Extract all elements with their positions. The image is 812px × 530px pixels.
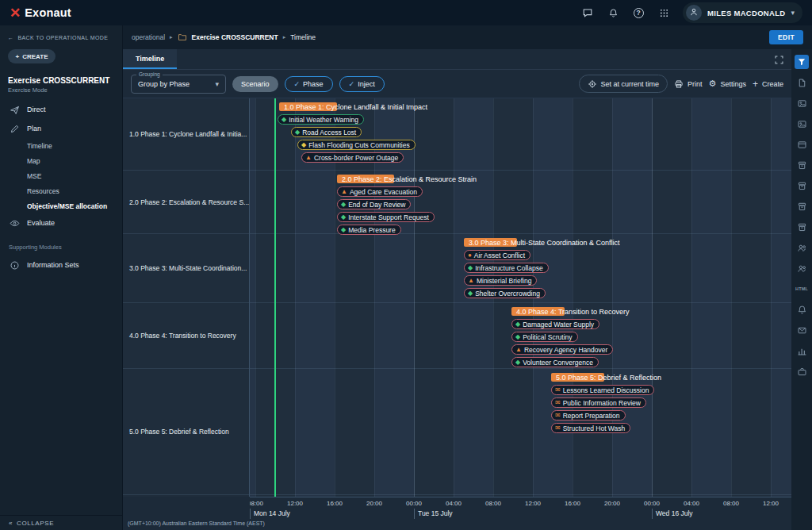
- inject-chip[interactable]: ✉Lessons Learned Discussion: [551, 385, 654, 395]
- rail-archive-icon[interactable]: [795, 220, 809, 234]
- inject-chip[interactable]: ◆Interstate Support Request: [337, 212, 435, 222]
- collapse-sidebar-button[interactable]: « COLLAPSE: [0, 515, 122, 530]
- app-logo[interactable]: ✕ Exonaut: [10, 6, 71, 20]
- sidebar-create-button[interactable]: + CREATE: [8, 49, 56, 63]
- inject-chip[interactable]: ●Air Asset Conflict: [464, 250, 530, 260]
- breadcrumb-exercise[interactable]: Exercise CROSSCURRENT: [192, 33, 278, 41]
- tab-timeline[interactable]: Timeline: [123, 49, 177, 69]
- inject-chip[interactable]: ◆Road Access Lost: [291, 127, 362, 137]
- help-icon[interactable]: ?: [632, 6, 645, 19]
- inject-chip[interactable]: ◆Volunteer Convergence: [511, 357, 599, 367]
- rail-bell-icon[interactable]: [795, 302, 809, 317]
- back-to-operational-mode-link[interactable]: ← BACK TO OPERATIONAL MODE: [0, 25, 122, 45]
- diamond-icon: ◆: [282, 117, 286, 123]
- axis-tick-label: 12:00: [525, 500, 541, 507]
- grouping-select[interactable]: Grouping Group by Phase ▾: [131, 75, 226, 94]
- filter-chip-phase[interactable]: ✓ Phase: [285, 76, 333, 92]
- rail-users-icon[interactable]: [795, 261, 809, 275]
- user-menu[interactable]: MILES MACDONALD ▾: [683, 2, 802, 23]
- inject-label: Aged Care Evacuation: [350, 188, 417, 196]
- inject-label: Flash Flooding Cuts Communities: [308, 141, 410, 149]
- inject-chip[interactable]: ▲Recovery Agency Handover: [511, 344, 613, 355]
- triangle-icon: ▲: [341, 189, 347, 195]
- timeline-grid[interactable]: 1.0 Phase 1: Cyclone Landfall & Initial …: [250, 98, 791, 497]
- rail-card-icon[interactable]: [795, 137, 809, 152]
- edit-button[interactable]: EDIT: [769, 30, 803, 44]
- phase-group-label-text: 3.0 Phase 3: Multi-State Coordination...: [129, 264, 247, 272]
- person-icon: [689, 6, 699, 20]
- set-at-current-time-button[interactable]: Set at current time: [579, 75, 668, 93]
- sidebar-item-mse[interactable]: MSE: [0, 168, 122, 183]
- inject-chip[interactable]: ✉Report Preparation: [551, 410, 626, 421]
- day-axis: Mon 14 JulyTue 15 JulyWed 16 July: [250, 509, 791, 519]
- notifications-bell-icon[interactable]: [607, 6, 619, 19]
- sidebar-item-evaluate[interactable]: Evaluate: [0, 213, 122, 232]
- sidebar-item-direct[interactable]: Direct: [0, 100, 122, 119]
- rail-briefcase-icon[interactable]: [795, 364, 809, 378]
- rail-filter-icon[interactable]: [795, 55, 809, 69]
- diamond-icon: ◆: [515, 359, 520, 366]
- create-label: Create: [762, 80, 783, 88]
- settings-button[interactable]: ⚙ Settings: [709, 79, 746, 88]
- rail-users-icon[interactable]: [795, 240, 809, 255]
- inject-chip[interactable]: ◆Damaged Water Supply: [511, 319, 599, 329]
- rail-image-icon[interactable]: [795, 96, 809, 110]
- rail-archive-icon[interactable]: [795, 199, 809, 213]
- fullscreen-icon[interactable]: [774, 54, 784, 68]
- collapse-chevrons-icon: «: [9, 520, 13, 527]
- gridline: [255, 98, 256, 497]
- rail-mail-icon[interactable]: [795, 323, 809, 337]
- axis-day-label: Mon 14 July: [254, 509, 290, 517]
- phase-group-label-text: 5.0 Phase 5: Debrief & Reflection: [129, 428, 229, 436]
- direct-icon: [9, 105, 20, 115]
- rail-chart-icon[interactable]: [795, 344, 809, 358]
- phase-group-label: 1.0 Phase 1: Cyclone Landfall & Initia..…: [123, 98, 249, 171]
- sidebar-item-plan[interactable]: Plan: [0, 119, 122, 138]
- right-icon-rail: HTML: [791, 49, 812, 530]
- gridline: [652, 98, 653, 497]
- apps-grid-icon[interactable]: [657, 6, 670, 19]
- breadcrumb-operational[interactable]: operational: [132, 33, 165, 41]
- axis-day-label: Tue 15 July: [418, 509, 453, 517]
- filter-chip-inject[interactable]: ✓ Inject: [339, 76, 385, 92]
- inject-chip[interactable]: ◆Media Pressure: [337, 225, 401, 235]
- filter-chip-scenario[interactable]: Scenario: [232, 76, 278, 92]
- rail-archive-icon[interactable]: [795, 158, 809, 172]
- axis-tick-label: 08:00: [723, 500, 739, 507]
- toolbar-create-button[interactable]: + Create: [753, 79, 783, 89]
- axis-tick-label: 20:00: [604, 500, 620, 507]
- phase-group-label: 5.0 Phase 5: Debrief & Reflection: [123, 369, 249, 495]
- axis-tick-label: 08:00: [250, 500, 263, 507]
- app-root: ✕ Exonaut ? MILES MACDONALD ▾ ← BACK TO …: [0, 0, 812, 530]
- inject-chip[interactable]: ◆Flash Flooding Cuts Communities: [297, 140, 416, 150]
- sidebar-item-label: Evaluate: [27, 219, 55, 227]
- inject-chip[interactable]: ◆Initial Weather Warning: [278, 114, 364, 125]
- sidebar-item-information-sets[interactable]: Information Sets: [0, 255, 122, 275]
- rail-image-icon[interactable]: [795, 117, 809, 131]
- inject-chip[interactable]: ▲Cross-border Power Outage: [301, 152, 404, 163]
- sidebar-item-objective-mse-allocation[interactable]: Objective/MSE allocation: [0, 198, 122, 213]
- print-button[interactable]: Print: [674, 79, 703, 89]
- inject-chip[interactable]: ◆Shelter Overcrowding: [464, 288, 546, 298]
- breadcrumb-timeline[interactable]: Timeline: [290, 33, 316, 41]
- inject-chip[interactable]: ▲Aged Care Evacuation: [337, 186, 423, 197]
- timeline-body: 1.0 Phase 1: Cyclone Landfall & Initia..…: [123, 98, 791, 497]
- inject-chip[interactable]: ◆Political Scrutiny: [511, 332, 578, 342]
- inject-chip[interactable]: ✉Structured Hot Wash: [551, 423, 630, 433]
- rail-file-icon[interactable]: [795, 75, 809, 90]
- sidebar-item-timeline[interactable]: Timeline: [0, 138, 122, 153]
- axis-tick-label: 12:00: [287, 500, 303, 507]
- sidebar-item-map[interactable]: Map: [0, 153, 122, 168]
- rail-archive-icon[interactable]: [795, 179, 809, 193]
- inject-chip[interactable]: ✉Public Information Review: [551, 398, 646, 408]
- set-current-time-label: Set at current time: [601, 80, 660, 88]
- sidebar-item-resources[interactable]: Resources: [0, 183, 122, 198]
- inject-chip[interactable]: ▲Ministerial Briefing: [464, 275, 537, 286]
- rail-html-icon[interactable]: HTML: [795, 282, 809, 296]
- inject-label: Recovery Agency Handover: [524, 346, 607, 354]
- chevron-down-icon: ▾: [215, 80, 219, 88]
- inject-chip[interactable]: ◆End of Day Review: [337, 199, 411, 209]
- inject-chip[interactable]: ◆Infrastructure Collapse: [464, 263, 549, 273]
- timeline-row-5: 5.0 Phase 5: Debrief & Reflection✉Lesson…: [250, 369, 791, 495]
- chat-icon[interactable]: [581, 6, 594, 19]
